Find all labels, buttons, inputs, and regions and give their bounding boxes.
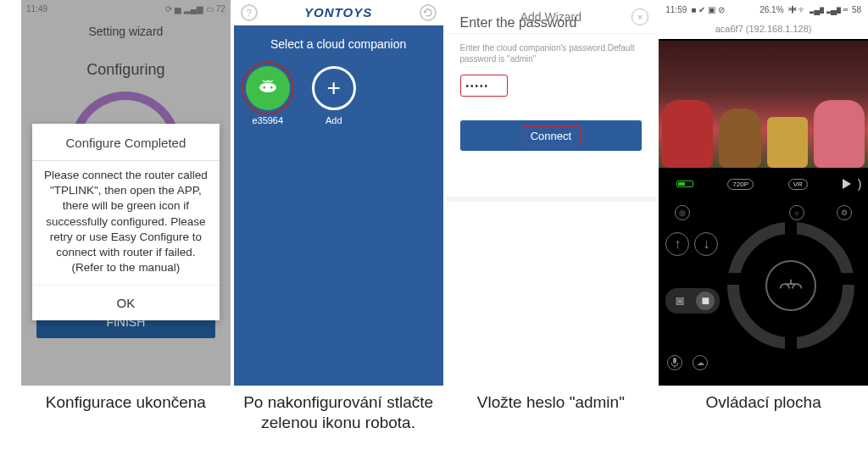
battery-icon (676, 181, 693, 187)
configuring-label: Configuring (21, 61, 231, 79)
status-right: ⟳ ▅ ▂▄▆ ▭72 (165, 4, 225, 14)
vr-badge[interactable]: VR (788, 179, 808, 190)
close-button[interactable]: × (632, 8, 648, 25)
status-bar: 11:59 ■ ✔ ▣ ⊘ 26.1% ✱ ᯤ ▂▄▆ ▂▄▆ ▭58 (659, 0, 868, 19)
microphone-icon[interactable] (667, 355, 682, 370)
robot-id-label: e35964 (252, 115, 283, 125)
record-button[interactable]: ■ (696, 292, 715, 310)
caption-1: Konfigurace ukončena (21, 386, 231, 433)
status-time: 11:59 (665, 5, 687, 14)
status-bar: 11:49 ⟳ ▅ ▂▄▆ ▭72 (21, 0, 231, 17)
panel-configure-completed: 11:49 ⟳ ▅ ▂▄▆ ▭72 Setting wizard Configu… (21, 0, 231, 386)
panel-enter-password: Add Wizard × Enter the password Enter th… (447, 0, 656, 386)
arrow-down-button[interactable]: ↓ (694, 232, 718, 256)
add-device-button[interactable]: + (312, 66, 356, 110)
dialog-body: Please connect the router called "TPLINK… (32, 161, 220, 285)
camera-video-feed[interactable] (659, 41, 868, 168)
speaker-icon[interactable] (843, 179, 851, 189)
select-companion-label: Select a cloud companion (234, 37, 443, 51)
connect-button[interactable]: Connect (460, 120, 643, 151)
brand-title: YONTOYS (234, 0, 443, 25)
caption-4: Ovládací plocha (659, 386, 868, 433)
gear-icon[interactable]: ⚙ (837, 205, 852, 220)
plus-icon: + (327, 75, 341, 102)
cloud-icon[interactable]: ☁ (693, 355, 708, 370)
svg-rect-2 (673, 358, 676, 364)
toy-placeholder (719, 108, 761, 168)
robot-center-icon (765, 260, 816, 311)
status-time: 11:49 (26, 4, 47, 14)
panel-control-surface: 11:59 ■ ✔ ▣ ⊘ 26.1% ✱ ᯤ ▂▄▆ ▂▄▆ ▭58 aca6… (659, 0, 868, 386)
configure-completed-dialog: Configure Completed Please connect the r… (32, 124, 220, 320)
toy-placeholder (662, 100, 713, 168)
page-title: Setting wizard (21, 17, 231, 46)
arrow-up-button[interactable]: ↑ (665, 232, 689, 256)
password-input[interactable]: ••••• (460, 75, 508, 97)
dialog-title: Configure Completed (32, 124, 220, 161)
page-title: Add Wizard (520, 10, 581, 24)
resolution-badge[interactable]: 720P (727, 179, 754, 190)
caption-2: Po nakonfigurování stlačte zelenou ikonu… (234, 386, 443, 433)
toy-placeholder (814, 100, 865, 168)
add-label: Add (326, 115, 342, 125)
brightness-icon[interactable]: ☼ (789, 205, 804, 220)
robot-device-button[interactable] (246, 66, 290, 110)
highlight-ring-icon (242, 62, 294, 114)
close-icon: × (637, 12, 643, 22)
direction-joystick[interactable] (727, 222, 854, 349)
aperture-icon[interactable]: ◎ (675, 205, 690, 220)
ok-button[interactable]: OK (32, 285, 220, 320)
caption-3: Vložte heslo "admin" (447, 386, 656, 433)
panel-cloud-companion: ? YONTOYS Select a cloud companion e3596… (234, 0, 443, 386)
password-hint: Enter the cloud companion's password.Def… (460, 42, 643, 64)
toy-placeholder (767, 117, 808, 168)
photo-button[interactable]: ◙ (670, 292, 689, 310)
section-divider (447, 197, 656, 202)
device-address: aca6f7 (192.168.1.128) (659, 19, 868, 39)
